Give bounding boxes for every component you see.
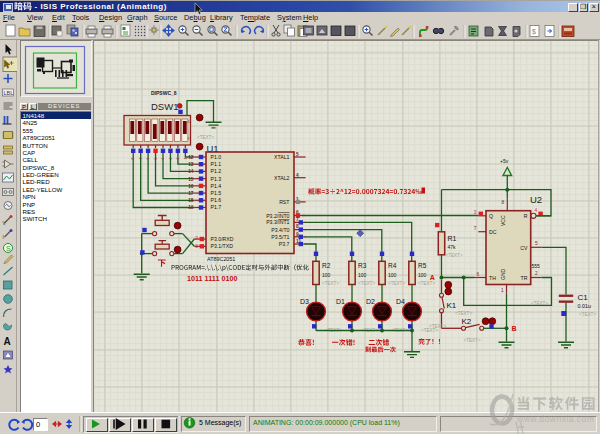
svg-text:TR: TR (521, 275, 528, 281)
svg-text:TH: TH (489, 275, 496, 281)
svg-text:P3.7: P3.7 (279, 241, 290, 247)
svg-text:4: 4 (296, 173, 299, 178)
svg-text:P1.1: P1.1 (211, 161, 222, 167)
svg-text:P1.6: P1.6 (211, 197, 222, 203)
svg-text:RST: RST (279, 199, 290, 205)
svg-text:9: 9 (188, 137, 190, 141)
svg-text:<TEXT>: <TEXT> (429, 324, 446, 329)
svg-text:<TEXT>: <TEXT> (197, 135, 214, 140)
svg-text:P3.4/T0: P3.4/T0 (271, 227, 289, 233)
svg-text:Q: Q (489, 213, 493, 219)
svg-text:1: 1 (184, 158, 188, 160)
svg-text:4: 4 (535, 208, 538, 213)
svg-text:<TEXT>: <TEXT> (418, 281, 435, 286)
svg-text:D1: D1 (336, 298, 345, 305)
svg-text:P1.0: P1.0 (211, 154, 222, 160)
svg-text:D3: D3 (300, 298, 309, 305)
svg-text:2: 2 (176, 158, 180, 160)
svg-text:0.01u: 0.01u (578, 303, 592, 309)
svg-text:16: 16 (188, 184, 194, 189)
svg-text:1011 1111 0100: 1011 1111 0100 (187, 274, 237, 283)
svg-text:3: 3 (474, 210, 477, 215)
svg-text:6: 6 (146, 158, 150, 160)
svg-text:2: 2 (195, 236, 198, 241)
svg-text:R5: R5 (418, 262, 427, 269)
svg-text:DC: DC (489, 229, 497, 235)
svg-text:R4: R4 (388, 262, 397, 269)
svg-text:100: 100 (358, 272, 367, 278)
svg-text:13: 13 (188, 162, 194, 167)
svg-text:100: 100 (418, 272, 427, 278)
svg-text:R2: R2 (322, 262, 331, 269)
svg-text:<TEXT>: <TEXT> (579, 312, 596, 317)
svg-text:<TEXT>: <TEXT> (455, 311, 472, 316)
svg-text:S: S (6, 245, 11, 252)
svg-text:<TEXT>: <TEXT> (388, 281, 405, 286)
svg-text:A: A (4, 336, 11, 347)
svg-text:0: 0 (188, 120, 190, 124)
svg-text:P3.5/T1: P3.5/T1 (271, 234, 289, 240)
svg-text:7: 7 (296, 217, 299, 222)
svg-text:5: 5 (535, 241, 538, 246)
svg-text:2: 2 (535, 271, 538, 276)
svg-text:DSW1: DSW1 (151, 101, 178, 112)
svg-text:6: 6 (477, 272, 480, 277)
svg-text:<TEXT>: <TEXT> (531, 301, 548, 306)
svg-text:15: 15 (188, 177, 194, 182)
svg-text:K2: K2 (462, 317, 472, 326)
svg-text:I: I (3, 234, 4, 240)
svg-text:9: 9 (296, 232, 299, 237)
svg-text:$: $ (532, 28, 536, 35)
svg-text:8: 8 (296, 224, 299, 229)
svg-text:B: B (512, 325, 517, 332)
svg-text:47k: 47k (448, 244, 457, 250)
svg-text:<TEXT>: <TEXT> (464, 338, 481, 343)
svg-text:P1.2: P1.2 (211, 168, 222, 174)
svg-text:3: 3 (195, 244, 198, 249)
svg-text:XTAL2: XTAL2 (274, 175, 290, 181)
svg-text:100: 100 (388, 272, 397, 278)
svg-text:14: 14 (188, 169, 194, 174)
svg-text:D4: D4 (396, 298, 405, 305)
svg-text:K1: K1 (447, 301, 457, 310)
svg-text:R: R (524, 213, 528, 219)
svg-text:8: 8 (502, 200, 505, 205)
svg-text:CV: CV (520, 245, 528, 251)
svg-text:19: 19 (188, 205, 194, 210)
svg-text:7: 7 (474, 226, 477, 231)
svg-text:3: 3 (169, 158, 173, 160)
svg-text:DIPSWC_8: DIPSWC_8 (151, 90, 177, 96)
svg-text:GND: GND (500, 269, 506, 281)
svg-text:555: 555 (532, 263, 541, 269)
svg-text:AT89C2051: AT89C2051 (207, 256, 235, 262)
svg-text:P1.4: P1.4 (211, 183, 222, 189)
svg-text:<TEXT>: <TEXT> (322, 281, 339, 286)
svg-text:1: 1 (501, 288, 504, 293)
svg-text:P1.5: P1.5 (211, 190, 222, 196)
svg-text:XTAL1: XTAL1 (274, 154, 290, 160)
svg-text:4: 4 (161, 158, 165, 160)
svg-text:+5v: +5v (500, 158, 509, 164)
svg-text:U2: U2 (530, 194, 542, 205)
svg-text:LBL: LBL (4, 90, 14, 96)
svg-text:D2: D2 (366, 298, 375, 305)
svg-text:8: 8 (131, 158, 135, 160)
svg-text:P3.2/INT0: P3.2/INT0 (266, 213, 289, 219)
svg-text:P3.0/RXD: P3.0/RXD (211, 236, 234, 242)
svg-text:18: 18 (188, 198, 194, 203)
svg-text:C1: C1 (578, 293, 589, 302)
svg-text:P1.7: P1.7 (211, 204, 222, 210)
svg-text:5: 5 (154, 158, 158, 160)
svg-text:R1: R1 (448, 235, 457, 242)
svg-text:5: 5 (296, 152, 299, 157)
svg-text:P3.3/INT1: P3.3/INT1 (266, 219, 289, 225)
svg-text:VCC: VCC (500, 215, 506, 226)
svg-text:R3: R3 (358, 262, 367, 269)
svg-text:17: 17 (188, 191, 194, 196)
svg-text:100: 100 (322, 272, 331, 278)
svg-text:P1.3: P1.3 (211, 176, 222, 182)
svg-text:7: 7 (139, 158, 143, 160)
svg-text:A: A (430, 274, 435, 281)
svg-text:P3.1/TXD: P3.1/TXD (211, 243, 234, 249)
svg-text:<TEXT>: <TEXT> (446, 253, 463, 258)
